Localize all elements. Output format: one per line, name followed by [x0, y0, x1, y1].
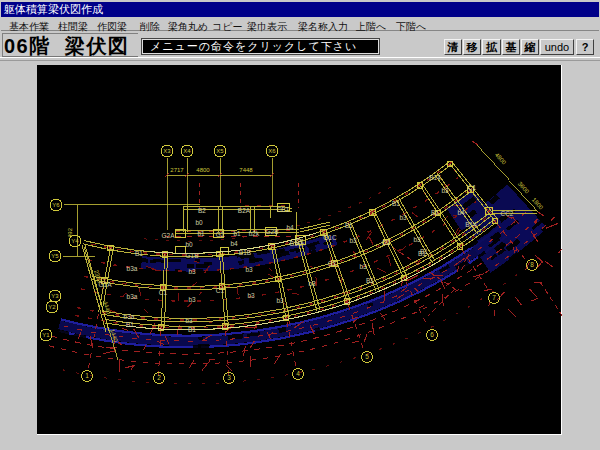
svg-text:4800: 4800 [494, 152, 508, 166]
svg-text:b3a: b3a [127, 293, 138, 300]
svg-text:B1: B1 [135, 250, 143, 257]
svg-text:2: 2 [157, 374, 161, 381]
svg-text:b3: b3 [349, 237, 357, 244]
svg-text:b3: b3 [245, 266, 253, 273]
svg-text:b3: b3 [399, 214, 407, 221]
svg-text:B1: B1 [418, 250, 426, 257]
svg-text:b4: b4 [457, 209, 465, 216]
svg-text:b3: b3 [247, 292, 255, 299]
svg-text:G1C: G1C [323, 234, 337, 241]
svg-text:C1: C1 [296, 238, 305, 245]
svg-text:C1: C1 [159, 289, 168, 296]
svg-text:b3: b3 [308, 280, 316, 287]
svg-text:b1: b1 [197, 230, 205, 237]
svg-text:G2: G2 [216, 231, 225, 238]
svg-text:4800: 4800 [196, 167, 210, 173]
svg-text:b3: b3 [188, 268, 196, 275]
svg-text:b1: b1 [233, 230, 241, 237]
svg-text:b3: b3 [188, 296, 196, 303]
svg-text:B14: B14 [465, 221, 477, 228]
svg-text:X4: X4 [183, 148, 191, 154]
svg-text:B1: B1 [392, 200, 400, 207]
svg-text:G1: G1 [382, 239, 391, 246]
svg-text:b3: b3 [413, 236, 421, 243]
svg-text:G1: G1 [328, 260, 337, 267]
svg-text:b2k: b2k [249, 230, 260, 237]
svg-text:3: 3 [227, 374, 231, 381]
svg-text:Y1: Y1 [42, 332, 50, 338]
svg-text:b4: b4 [286, 224, 294, 231]
svg-text:B1: B1 [431, 209, 439, 216]
svg-text:G2A: G2A [161, 232, 175, 239]
svg-text:C1: C1 [468, 184, 477, 191]
svg-text:B1: B1 [345, 222, 353, 229]
svg-text:B1: B1 [366, 277, 374, 284]
svg-text:B2A: B2A [238, 207, 251, 214]
svg-text:b3a: b3a [124, 313, 135, 320]
svg-text:CB1: CB1 [277, 206, 290, 213]
svg-text:B2: B2 [198, 207, 206, 214]
svg-text:b3: b3 [185, 317, 193, 324]
svg-text:492: 492 [67, 227, 73, 238]
svg-text:B14: B14 [429, 174, 441, 181]
svg-text:G2B: G2B [265, 228, 278, 235]
svg-text:b4: b4 [230, 240, 238, 247]
svg-text:Y2: Y2 [48, 304, 56, 310]
svg-text:b3: b3 [441, 187, 449, 194]
svg-text:X6: X6 [268, 148, 276, 154]
svg-text:b3a: b3a [127, 265, 138, 272]
svg-text:6: 6 [430, 331, 434, 338]
svg-text:B1: B1 [188, 326, 196, 333]
svg-text:1: 1 [85, 372, 89, 379]
svg-text:b3: b3 [359, 263, 367, 270]
svg-text:7: 7 [492, 294, 496, 301]
svg-text:7448: 7448 [239, 167, 253, 173]
svg-text:X5: X5 [216, 148, 224, 154]
svg-text:4: 4 [296, 370, 300, 377]
svg-text:1800: 1800 [531, 197, 545, 211]
svg-text:Y5: Y5 [51, 253, 59, 259]
svg-text:B1B: B1B [239, 249, 251, 256]
svg-text:X3: X3 [163, 148, 171, 154]
svg-text:G1A: G1A [98, 281, 112, 288]
svg-text:G1B: G1B [185, 252, 198, 259]
svg-text:C1: C1 [216, 287, 225, 294]
svg-text:b3: b3 [276, 297, 284, 304]
svg-text:2717: 2717 [170, 167, 184, 173]
svg-text:b0: b0 [185, 241, 193, 248]
svg-text:3600: 3600 [517, 181, 531, 195]
svg-text:5: 5 [365, 353, 369, 360]
svg-text:Y3: Y3 [51, 293, 59, 299]
svg-text:Y4: Y4 [71, 238, 79, 244]
svg-text:B1: B1 [126, 321, 134, 328]
svg-text:b0: b0 [195, 219, 203, 226]
svg-text:Y6: Y6 [52, 202, 60, 208]
svg-text:8: 8 [530, 261, 534, 268]
svg-text:CC2: CC2 [500, 210, 513, 217]
